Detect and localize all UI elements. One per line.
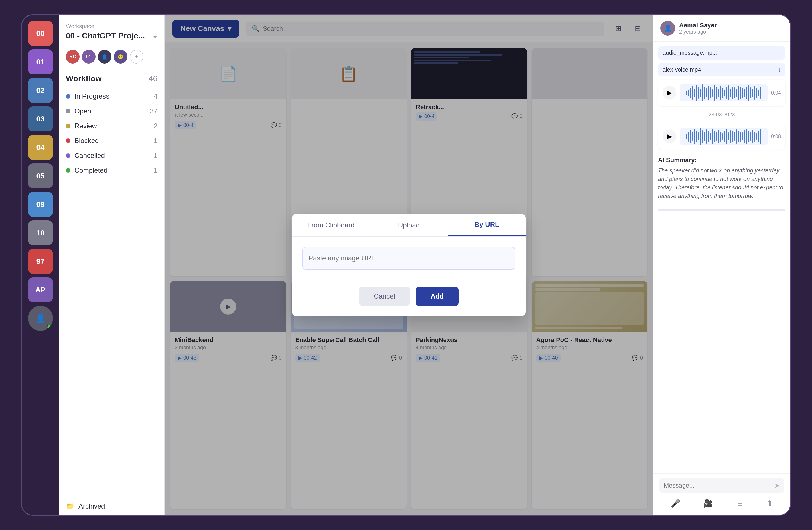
ai-summary-title: AI Summary:	[658, 157, 785, 164]
status-count-completed: 1	[154, 166, 157, 174]
ai-summary: AI Summary: The speaker did not work on …	[658, 153, 785, 204]
ai-summary-text: The speaker did not work on anything yes…	[658, 166, 785, 200]
status-label-blocked: Blocked	[74, 137, 99, 145]
audio-controls-1: ▶ (function() { const heights = [15,22,3…	[663, 84, 781, 101]
audio-controls-2: ▶ (function() { const heights = [20,35,4…	[663, 128, 781, 145]
workspace-name[interactable]: 00 - ChatGPT Proje... ⌄	[66, 31, 157, 41]
archive-icon: 📁	[66, 502, 74, 510]
sidebar-item-09[interactable]: 09	[28, 192, 53, 217]
chat-header: 👤 Aemal Sayer 2 years ago	[653, 15, 790, 42]
share-button[interactable]: ⬆	[762, 496, 778, 510]
media-buttons: 🎤 🎥 🖥 ⬆	[659, 496, 784, 510]
add-button[interactable]: Add	[416, 286, 459, 306]
audio-date-1: 23-03-2023	[658, 112, 785, 118]
sidebar-item-97[interactable]: 97	[28, 249, 53, 274]
status-label-in-progress: In Progress	[74, 92, 110, 100]
sidebar-item-ap[interactable]: AP	[28, 277, 53, 302]
status-count-blocked: 1	[154, 137, 157, 145]
device-frame: 00 01 02 03 04 05 09 10 97 AP 👤 Workspac…	[21, 14, 791, 516]
workflow-count: 46	[148, 74, 157, 83]
message-alex-voice[interactable]: alex-voice.mp4 ↓	[658, 63, 785, 76]
monitor-button[interactable]: 🖥	[731, 496, 749, 510]
right-panel: 👤 Aemal Sayer 2 years ago audio_message.…	[653, 15, 790, 515]
app-container: 00 01 02 03 04 05 09 10 97 AP 👤 Workspac…	[22, 15, 790, 515]
message-input[interactable]	[664, 482, 771, 489]
workflow-header: Workflow 46	[66, 74, 157, 83]
url-input[interactable]	[302, 247, 516, 269]
chat-messages: audio_message.mp... alex-voice.mp4 ↓ ▶ (…	[653, 42, 790, 473]
chat-input-row: ➤	[659, 478, 784, 493]
video-button[interactable]: 🎥	[698, 496, 717, 510]
audio-duration-2: 0:08	[771, 134, 781, 139]
tab-by-url[interactable]: By URL	[448, 214, 526, 236]
status-completed[interactable]: Completed 1	[66, 163, 157, 178]
sidebar-item-05[interactable]: 05	[28, 163, 53, 188]
status-dot-blocked	[66, 138, 70, 143]
mic-button[interactable]: 🎤	[666, 496, 685, 510]
status-label-open: Open	[74, 107, 91, 115]
status-open[interactable]: Open 37	[66, 104, 157, 119]
sidebar-item-10[interactable]: 10	[28, 220, 53, 245]
chat-input-area: ➤ 🎤 🎥 🖥 ⬆	[653, 473, 790, 515]
workspace-header: Workspace 00 - ChatGPT Proje... ⌄	[59, 15, 164, 45]
chat-avatar: 👤	[660, 21, 675, 35]
send-button[interactable]: ➤	[774, 482, 780, 489]
status-dot-cancelled	[66, 153, 70, 158]
sidebar-item-00[interactable]: 00	[28, 21, 53, 46]
status-in-progress[interactable]: In Progress 4	[66, 89, 157, 104]
tab-upload[interactable]: Upload	[370, 214, 448, 236]
chat-time: 2 years ago	[679, 29, 717, 35]
status-dot-in-progress	[66, 94, 70, 99]
team-avatars: RC 01 👤 🙂 +	[59, 45, 164, 69]
team-avatar-1[interactable]: RC	[66, 50, 79, 63]
audio-player-1: ▶ (function() { const heights = [15,22,3…	[658, 80, 785, 106]
workspace-label: Workspace	[66, 23, 157, 30]
sidebar-item-01[interactable]: 01	[28, 49, 53, 74]
status-label-review: Review	[74, 122, 97, 130]
add-member-button[interactable]: +	[130, 50, 143, 63]
online-indicator	[47, 325, 52, 330]
modal-tabs: From Clipboard Upload By URL	[292, 214, 526, 236]
chat-divider	[658, 209, 785, 210]
audio-duration-1: 0:04	[771, 90, 781, 96]
team-avatar-4[interactable]: 🙂	[114, 50, 128, 63]
modal-body	[292, 236, 526, 280]
play-button-1[interactable]: ▶	[663, 86, 676, 100]
waveform-1: (function() { const heights = [15,22,35,…	[680, 84, 768, 101]
waveform-2: (function() { const heights = [20,35,48,…	[680, 128, 768, 145]
archived-section[interactable]: 📁 Archived	[59, 498, 164, 515]
main-content: New Canvas ▾ 🔍 ⊞ ⊟ 📄	[164, 15, 653, 515]
status-cancelled[interactable]: Cancelled 1	[66, 148, 157, 163]
status-dot-review	[66, 124, 70, 128]
status-label-cancelled: Cancelled	[74, 151, 105, 160]
workflow-title: Workflow	[66, 74, 102, 83]
status-dot-open	[66, 109, 70, 114]
audio-player-2: ▶ (function() { const heights = [20,35,4…	[658, 123, 785, 150]
modal-overlay[interactable]: From Clipboard Upload By URL Cancel Add	[164, 15, 653, 515]
status-review[interactable]: Review 2	[66, 119, 157, 133]
sidebar-item-03[interactable]: 03	[28, 106, 53, 131]
cancel-button[interactable]: Cancel	[359, 286, 410, 306]
status-dot-completed	[66, 168, 70, 173]
team-avatar-3[interactable]: 👤	[98, 50, 112, 63]
message-audio-mp[interactable]: audio_message.mp...	[658, 46, 785, 60]
image-url-modal: From Clipboard Upload By URL Cancel Add	[292, 214, 526, 316]
chat-user-name: Aemal Sayer	[679, 21, 717, 29]
chevron-down-icon: ⌄	[152, 32, 157, 40]
status-label-completed: Completed	[74, 166, 107, 174]
status-count-review: 2	[154, 122, 157, 130]
user-avatar[interactable]: 👤	[28, 306, 53, 331]
tab-from-clipboard[interactable]: From Clipboard	[292, 214, 370, 236]
sidebar-item-02[interactable]: 02	[28, 78, 53, 103]
icon-sidebar: 00 01 02 03 04 05 09 10 97 AP 👤	[22, 15, 59, 515]
left-panel: Workspace 00 - ChatGPT Proje... ⌄ RC 01 …	[59, 15, 164, 515]
play-button-2[interactable]: ▶	[663, 130, 676, 143]
download-icon: ↓	[778, 67, 781, 73]
status-count-open: 37	[150, 107, 157, 115]
status-blocked[interactable]: Blocked 1	[66, 133, 157, 148]
sidebar-item-04[interactable]: 04	[28, 135, 53, 160]
workflow-section: Workflow 46 In Progress 4 Open 37	[59, 69, 164, 498]
team-avatar-2[interactable]: 01	[82, 50, 96, 63]
archive-label: Archived	[78, 502, 105, 510]
status-count-cancelled: 1	[154, 151, 157, 160]
